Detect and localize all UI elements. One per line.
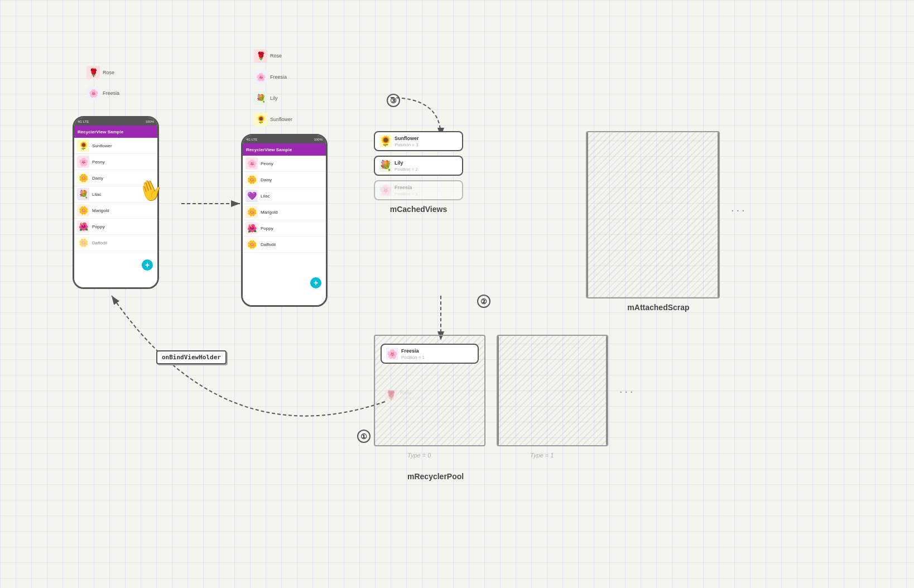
floating-freesia-right: 🌸 Freesia: [254, 70, 287, 84]
list-item: 🌼 Daffodil: [243, 237, 326, 253]
list-item: 🌺 Poppy: [74, 219, 157, 235]
floating-freesia-left: 🌸 Freesia: [86, 86, 119, 100]
phone-left-appbar: RecyclerView Sample: [74, 126, 157, 138]
list-item: 🌼 Daffodil: [74, 235, 157, 251]
list-item: 🌸 Peony: [243, 156, 326, 172]
floating-rose-left: 🌹 Rose: [86, 66, 114, 79]
mcached-label: mCachedViews: [374, 205, 463, 214]
circle-2-label: ②: [477, 295, 490, 308]
pool-rose: 🌹 Rose Position = 0: [381, 386, 479, 404]
list-item: 🌻 Sunflower: [74, 138, 157, 154]
cached-lily: 💐 Lily Position = 2: [374, 156, 463, 176]
circle-3-label: ③: [387, 94, 400, 107]
mcached-views-container: 🌻 Sunflower Position = 3 💐 Lily Position…: [374, 131, 463, 214]
fab-right[interactable]: +: [310, 277, 321, 288]
mrecycler-pool-area: 🌸 Freesia Position = 1 🌹 Rose Position =…: [374, 335, 642, 446]
floating-lily-right: 💐 Lily: [254, 91, 278, 105]
phone-right: 4G LTE100% RecyclerView Sample 🌸 Peony 🌼…: [241, 134, 328, 307]
on-bind-viewholder-badge: onBindViewHolder: [156, 350, 227, 364]
list-item: 🌼 Daisy: [243, 172, 326, 188]
cached-freesia: 🌸 Freesia Position = 1: [374, 180, 463, 200]
dots-scrap: ···: [731, 204, 747, 216]
floating-rose-right: 🌹 Rose: [254, 49, 282, 62]
pool-freesia: 🌸 Freesia Position = 1: [381, 344, 479, 368]
cached-sunflower: 🌻 Sunflower Position = 3: [374, 131, 463, 151]
floating-sunflower-right: 🌻 Sunflower: [254, 113, 292, 126]
fab-left[interactable]: +: [142, 259, 153, 271]
list-item: 💜 Lilac: [243, 188, 326, 204]
list-item: 🌼 Marigold: [243, 204, 326, 220]
mattached-scrap-box: [586, 131, 720, 298]
list-item: 🌼 Marigold: [74, 203, 157, 219]
phone-right-screen: 4G LTE100% RecyclerView Sample 🌸 Peony 🌼…: [243, 136, 326, 305]
mrecyclerpool-label: mRecyclerPool: [407, 472, 464, 481]
pool-type1: [497, 335, 608, 446]
type1-label: Type = 1: [530, 452, 554, 459]
type0-label: Type = 0: [407, 452, 431, 459]
list-item: 🌺 Poppy: [243, 220, 326, 237]
circle-1-label: ①: [357, 430, 371, 443]
list-item: 🌸 Peony: [74, 154, 157, 170]
phone-right-status: 4G LTE100%: [243, 136, 326, 143]
phone-right-appbar: RecyclerView Sample: [243, 143, 326, 156]
mattached-scrap-area: mAttachedScrap ···: [586, 131, 731, 312]
pool-type0: 🌸 Freesia Position = 1 🌹 Rose Position =…: [374, 335, 485, 446]
dots-label: ···: [619, 385, 636, 398]
mattached-scrap-label: mAttachedScrap: [586, 303, 731, 312]
phone-left-status: 4G LTE100%: [74, 118, 157, 126]
